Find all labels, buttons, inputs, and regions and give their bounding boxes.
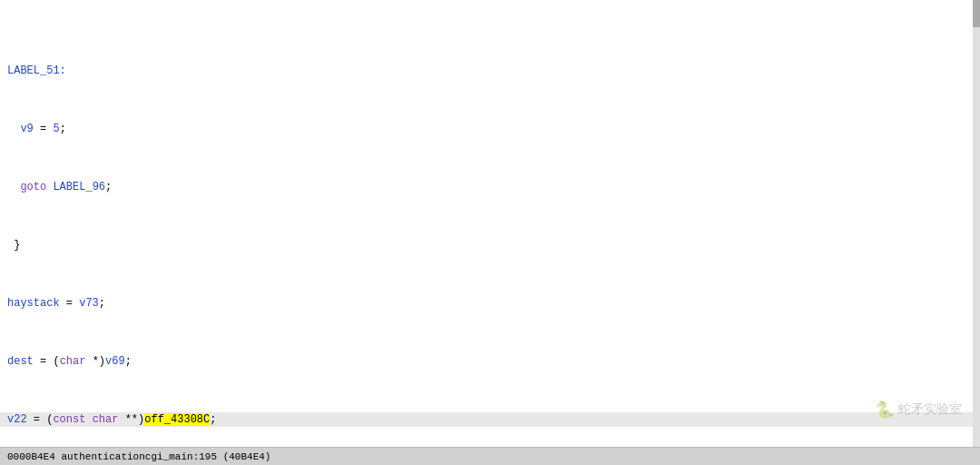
scrollbar-thumb[interactable] <box>973 0 980 27</box>
watermark: 🐍 蛇矛实验室 <box>875 400 962 420</box>
code-line-2: v9 = 5; <box>0 122 980 136</box>
status-bar: 0000B4E4 authenticationcgi_main:195 (40B… <box>0 447 980 465</box>
watermark-icon: 🐍 <box>875 400 895 420</box>
watermark-text: 蛇矛实验室 <box>898 401 962 418</box>
code-line-7: v22 = (const char **)off_43308C; <box>0 412 980 427</box>
code-line-4: } <box>0 238 980 252</box>
code-line-5: haystack = v73; <box>0 296 980 311</box>
code-container: LABEL_51: v9 = 5; goto LABEL_96; } hayst… <box>0 0 980 447</box>
code-line-6: dest = (char *)v69; <box>0 354 980 369</box>
code-line-3: goto LABEL_96; <box>0 180 980 194</box>
code-area: LABEL_51: v9 = 5; goto LABEL_96; } hayst… <box>0 4 980 447</box>
status-text: 0000B4E4 authenticationcgi_main:195 (40B… <box>7 451 270 462</box>
scrollbar[interactable] <box>973 0 980 447</box>
code-line-1: LABEL_51: <box>0 64 980 78</box>
